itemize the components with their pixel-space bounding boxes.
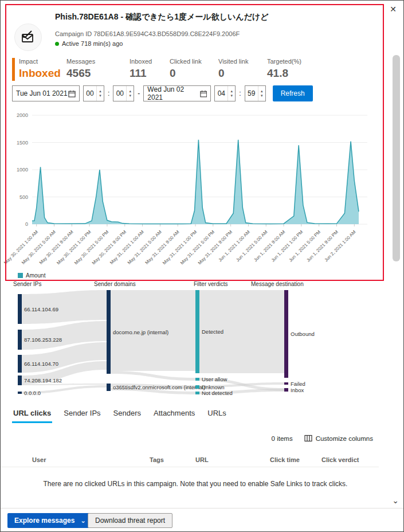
spin-up-icon[interactable]: ▴	[127, 89, 134, 93]
tab-attachments[interactable]: Attachments	[152, 408, 196, 423]
y-axis-label: 500	[19, 194, 28, 200]
calendar-icon	[200, 90, 207, 97]
end-minute-value: 59	[245, 86, 258, 101]
sankey-flow	[22, 384, 107, 385]
spin-down-icon[interactable]: ▾	[127, 93, 134, 98]
end-date-picker[interactable]: Wed Jun 02 2021	[143, 85, 211, 101]
x-axis-label: May 31, 2021 5:00 PM	[179, 229, 216, 266]
column-header-click-verdict: Click verdict	[321, 456, 379, 463]
end-hour-value: 04	[215, 86, 228, 101]
sankey-node-label: Outbound	[291, 331, 315, 337]
chart-legend: Amount	[18, 272, 45, 279]
spin-up-icon[interactable]: ▴	[258, 89, 265, 93]
tab-urls[interactable]: URLs	[206, 408, 228, 423]
x-axis-label: May 30, 2021 5:00 AM	[21, 229, 57, 265]
items-count: 0 items	[272, 435, 293, 442]
footer-bar: Explore messages ⌄ Download threat repor…	[1, 508, 403, 531]
x-axis-label: Jun 1, 2021 1:00 PM	[270, 229, 304, 263]
stat-label: Clicked link	[170, 58, 218, 65]
close-icon[interactable]: ✕	[390, 5, 397, 13]
tab-list: URL clicksSender IPsSendersAttachmentsUR…	[12, 408, 228, 423]
tab-url-clicks[interactable]: URL clicks	[12, 408, 52, 423]
x-axis-label: May 31, 2021 1:00 PM	[162, 229, 198, 266]
x-axis-label: Jun 2, 2021 1:00 AM	[323, 229, 356, 263]
stat-value: 0	[170, 67, 218, 80]
grid-toolbar: 0 items Customize columns	[272, 435, 373, 442]
sankey-node-ip5	[18, 392, 22, 394]
sankey-node-label: 87.106.253.228	[24, 337, 62, 343]
customize-columns-label: Customize columns	[316, 435, 373, 442]
stat-label: Targeted(%)	[267, 58, 313, 65]
range-separator: -	[138, 89, 140, 97]
stat-value: 0	[218, 67, 267, 80]
date-filter-row: Tue Jun 01 2021 00 ▴ ▾ : 00 ▴ ▾ -	[12, 85, 313, 101]
x-axis-label: May 31, 2021 5:00 AM	[127, 229, 163, 265]
tab-senders[interactable]: Senders	[112, 408, 142, 423]
scroll-down-icon[interactable]: ⌄	[392, 496, 399, 505]
column-header-click-time: Click time	[270, 456, 321, 463]
empty-state-message: There are no clicked URLs in this campai…	[1, 480, 390, 488]
active-status: Active 718 min(s) ago	[55, 40, 123, 47]
customize-columns-button[interactable]: Customize columns	[304, 435, 373, 442]
x-axis-label: May 30, 2021 9:00 AM	[38, 229, 74, 265]
stat-clicked-link: Clicked link0	[170, 58, 218, 80]
sankey-column-header-filter-verdicts: Filter verdicts	[194, 281, 228, 287]
y-axis-label: 0	[25, 221, 28, 227]
sankey-headers: Sender IPsSender domainsFilter verdictsM…	[1, 281, 404, 289]
x-axis-label: May 30, 2021 1:00 AM	[3, 229, 39, 265]
sankey-chart: 66.114.104.6987.106.253.22866.114.104.70…	[1, 289, 404, 404]
end-hour-stepper[interactable]: 04 ▴ ▾	[214, 85, 236, 101]
spin-down-icon[interactable]: ▾	[97, 93, 104, 98]
stat-value: 41.8	[267, 67, 313, 80]
columns-icon	[304, 435, 312, 442]
stat-inboxed: Inboxed111	[130, 58, 170, 80]
sankey-column-header-message-destination: Message destination	[251, 281, 304, 287]
x-axis-label: May 30, 2021 9:00 PM	[91, 229, 128, 266]
campaign-details-panel: ✕ Phish.78DE61A8 - 確認できたら1度メール欲しいんだけど Ca…	[0, 0, 404, 532]
area-series-fill	[32, 140, 359, 224]
end-minute-stepper[interactable]: 59 ▴ ▾	[245, 85, 266, 101]
column-header-user: User	[12, 456, 150, 463]
stat-label: Inboxed	[130, 58, 170, 65]
sankey-node-failed	[284, 382, 288, 385]
start-date-value: Tue Jun 01 2021	[16, 89, 68, 97]
download-threat-report-button[interactable]: Download threat report	[88, 513, 172, 528]
stat-label: Visited link	[218, 58, 267, 65]
tab-sender-ips[interactable]: Sender IPs	[62, 408, 101, 423]
end-date-value: Wed Jun 02 2021	[147, 85, 199, 101]
scrollbar-thumb[interactable]	[393, 55, 400, 261]
start-minute-stepper[interactable]: 00 ▴ ▾	[113, 85, 134, 101]
sankey-node-detected	[195, 290, 199, 373]
sankey-node-docomo	[107, 290, 111, 374]
spin-up-icon[interactable]: ▴	[228, 89, 235, 93]
spin-down-icon[interactable]: ▾	[258, 93, 265, 98]
active-dot-icon	[55, 42, 59, 46]
sankey-node-unknown	[195, 385, 199, 389]
stat-items: Messages4565Inboxed111Clicked link0Visit…	[66, 58, 313, 80]
refresh-button[interactable]: Refresh	[273, 85, 313, 101]
start-date-picker[interactable]: Tue Jun 01 2021	[12, 85, 80, 101]
spin-down-icon[interactable]: ▾	[228, 93, 235, 98]
campaign-phish-icon	[14, 24, 42, 51]
spin-up-icon[interactable]: ▴	[97, 89, 104, 93]
sankey-column-header-sender-ips: Sender IPs	[13, 281, 41, 287]
sankey-node-label: Not detected	[202, 390, 233, 396]
sankey-node-outbound	[284, 290, 288, 378]
table-header: UserTagsURLClick timeClick verdict	[1, 452, 379, 467]
sankey-flow	[111, 371, 195, 381]
explore-messages-button[interactable]: Explore messages ⌄	[7, 513, 93, 528]
start-hour-value: 00	[84, 86, 96, 101]
sankey-node-label: 66.114.104.70	[24, 361, 58, 367]
column-header-tags: Tags	[150, 456, 195, 463]
sankey-node-label: docomo.ne.jp (internal)	[113, 329, 168, 335]
sankey-node-label: Detected	[202, 328, 223, 335]
explore-messages-label: Explore messages	[14, 517, 74, 525]
start-hour-stepper[interactable]: 00 ▴ ▾	[83, 85, 104, 101]
sankey-node-userallow	[195, 378, 199, 381]
stat-label: Impact	[19, 58, 61, 65]
sankey-node-o365	[107, 384, 111, 391]
stat-value: 111	[130, 67, 170, 80]
stat-targeted: Targeted(%)41.8	[267, 58, 313, 80]
x-axis-label: May 31, 2021 9:00 AM	[144, 229, 181, 265]
x-axis-label: Jun 1, 2021 5:00 PM	[288, 229, 322, 263]
